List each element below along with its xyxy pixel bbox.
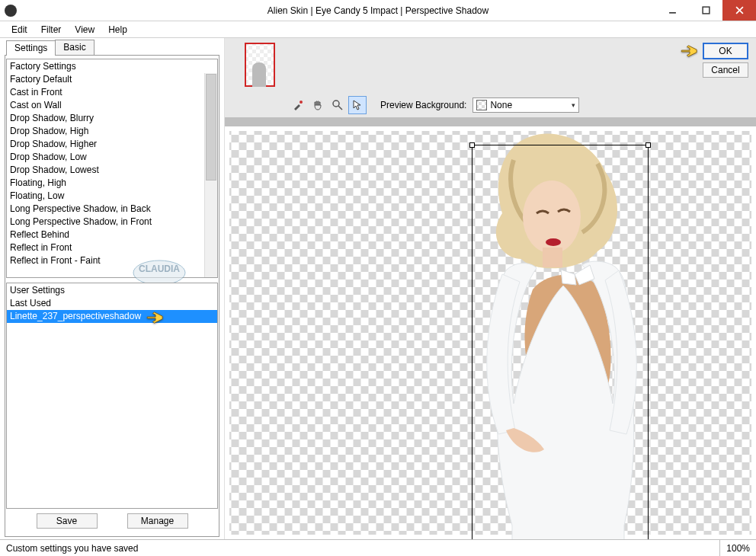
maximize-button[interactable] — [689, 0, 722, 21]
eyedropper-tool-icon[interactable] — [289, 96, 307, 114]
save-button[interactable]: Save — [37, 513, 98, 529]
list-item[interactable]: Cast on Wall — [7, 99, 217, 112]
resize-handle[interactable] — [645, 142, 651, 148]
settings-buttons: Save Manage — [6, 509, 218, 533]
window-title: Alien Skin | Eye Candy 5 Impact | Perspe… — [267, 5, 489, 16]
svg-line-8 — [338, 106, 342, 110]
minimize-button[interactable] — [655, 0, 689, 21]
resize-handle[interactable] — [469, 142, 475, 148]
user-items[interactable]: Last Used Linette_237_perspectiveshadow — [7, 297, 217, 508]
list-item[interactable]: Floating, High — [7, 177, 217, 190]
preview-toolbar: Preview Background: None ▾ — [225, 93, 756, 117]
selection-rectangle[interactable] — [472, 145, 649, 539]
manage-button[interactable]: Manage — [127, 513, 188, 529]
pointing-hand-icon — [146, 311, 167, 324]
settings-tabs: Settings Basic — [6, 40, 224, 55]
tab-settings[interactable]: Settings — [6, 40, 56, 56]
user-settings-header: User Settings — [7, 283, 217, 297]
svg-point-7 — [333, 101, 339, 107]
pointer-tool-icon[interactable] — [348, 96, 367, 114]
hand-tool-icon[interactable] — [309, 96, 327, 114]
dialog-buttons: OK Cancel — [680, 43, 748, 78]
svg-rect-1 — [703, 7, 710, 14]
list-item[interactable]: Drop Shadow, Higher — [7, 138, 217, 151]
preview-bg-label: Preview Background: — [380, 100, 466, 110]
scrollbar-thumb[interactable] — [206, 74, 216, 181]
cancel-button[interactable]: Cancel — [703, 62, 748, 78]
app-icon — [5, 5, 17, 17]
list-item[interactable]: Long Perspective Shadow, in Back — [7, 203, 217, 216]
list-item[interactable]: Factory Default — [7, 73, 217, 86]
list-item[interactable]: Drop Shadow, Blurry — [7, 112, 217, 125]
factory-settings-header: Factory Settings — [7, 59, 217, 73]
menu-bar: Edit Filter View Help — [0, 21, 756, 38]
list-item[interactable]: Long Perspective Shadow, in Front — [7, 216, 217, 228]
svg-point-6 — [300, 101, 303, 104]
menu-view[interactable]: View — [68, 23, 101, 37]
preview-canvas[interactable] — [229, 131, 751, 535]
preview-panel: OK Cancel Preview Background: None ▾ — [225, 38, 756, 539]
list-item[interactable]: Cast in Front — [7, 86, 217, 99]
menu-help[interactable]: Help — [101, 23, 134, 37]
list-item[interactable]: Reflect in Front — [7, 241, 217, 254]
chevron-down-icon: ▾ — [572, 101, 575, 109]
factory-items[interactable]: Factory Default Cast in Front Cast on Wa… — [7, 73, 217, 277]
preview-thumbnail[interactable] — [245, 43, 275, 87]
zoom-tool-icon[interactable] — [328, 96, 347, 114]
preview-canvas-wrap — [225, 126, 756, 539]
list-item[interactable]: Drop Shadow, Lowest — [7, 164, 217, 177]
list-item[interactable]: Reflect in Front - Faint — [7, 254, 217, 267]
list-item[interactable]: Floating, Low — [7, 190, 217, 203]
list-item[interactable]: Reflect Behind — [7, 228, 217, 241]
window-controls — [655, 0, 756, 21]
menu-edit[interactable]: Edit — [5, 23, 34, 37]
list-item[interactable]: Linette_237_perspectiveshadow — [7, 310, 217, 323]
preview-bg-select[interactable]: None ▾ — [472, 97, 579, 113]
close-button[interactable] — [722, 0, 756, 21]
factory-settings-list: Factory Settings Factory Default Cast in… — [6, 59, 218, 278]
ok-button[interactable]: OK — [703, 43, 748, 59]
preview-bg-value: None — [490, 100, 512, 110]
pointing-hand-icon — [680, 44, 701, 58]
status-text: Custom settings you have saved — [6, 543, 138, 554]
title-bar: Alien Skin | Eye Candy 5 Impact | Perspe… — [0, 0, 756, 21]
settings-tab-content: Factory Settings Factory Default Cast in… — [5, 55, 219, 537]
list-item[interactable]: Last Used — [7, 297, 217, 310]
tab-basic[interactable]: Basic — [55, 40, 94, 55]
user-settings-list: User Settings Last Used Linette_237_pers… — [6, 283, 218, 509]
zoom-level: 100% — [719, 540, 750, 556]
scrollbar[interactable] — [204, 73, 217, 277]
list-item[interactable]: Drop Shadow, High — [7, 125, 217, 138]
settings-panel: Settings Basic Factory Settings Factory … — [0, 38, 225, 539]
list-item[interactable]: Drop Shadow, Low — [7, 151, 217, 164]
status-bar: Custom settings you have saved 100% — [0, 539, 756, 556]
preview-header: OK Cancel — [225, 38, 756, 93]
separator-bar — [225, 117, 756, 126]
menu-filter[interactable]: Filter — [34, 23, 69, 37]
transparency-swatch-icon — [476, 100, 487, 110]
